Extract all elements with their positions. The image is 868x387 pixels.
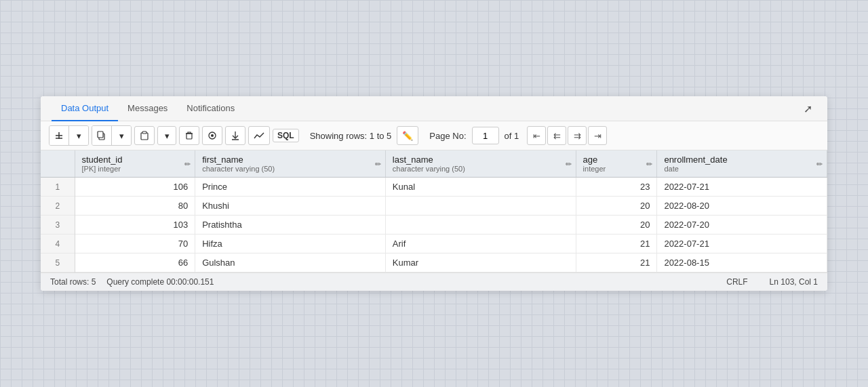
row-num-cell: 2	[41, 197, 75, 216]
sql-button[interactable]: SQL	[273, 129, 299, 142]
page-no-input[interactable]	[472, 127, 499, 144]
table-row: 5 66 Gulshan Kumar 21 2022-08-15	[41, 253, 827, 272]
status-bar: Total rows: 5 Query complete 00:00:00.15…	[41, 272, 827, 291]
download-icon	[231, 131, 240, 140]
row-num-cell: 4	[41, 235, 75, 253]
query-complete-text: Query complete 00:00:00.151	[106, 277, 214, 287]
tab-bar: Data Output Messages Notifications ➚	[41, 96, 827, 121]
main-panel: Data Output Messages Notifications ➚ ▾	[41, 96, 827, 291]
edit-enrollment-date-icon[interactable]: ✏	[816, 159, 823, 168]
refresh-button[interactable]	[202, 126, 222, 145]
prev-page-button[interactable]: ⇇	[547, 126, 566, 145]
edit-last-name-icon[interactable]: ✏	[566, 159, 572, 168]
delete-button[interactable]	[179, 126, 199, 145]
enrollment-date-cell[interactable]: 2022-08-15	[657, 253, 827, 272]
enrollment-date-cell[interactable]: 2022-07-21	[657, 235, 827, 253]
add-btn-group: ▾	[49, 125, 89, 146]
first-name-cell[interactable]: Hifza	[195, 235, 386, 253]
student-id-cell[interactable]: 80	[75, 197, 195, 216]
svg-rect-6	[142, 131, 146, 134]
copy-btn-group: ▾	[92, 125, 132, 146]
copy-dropdown-button[interactable]: ▾	[112, 126, 131, 145]
row-num-cell: 5	[41, 253, 75, 272]
edit-age-icon[interactable]: ✏	[646, 159, 652, 168]
col-header-first-name: first_name character varying (50) ✏	[195, 150, 386, 178]
paste-button[interactable]	[134, 126, 155, 145]
showing-rows-text: Showing rows: 1 to 5	[310, 131, 392, 141]
download-button[interactable]	[225, 126, 245, 145]
age-cell[interactable]: 23	[576, 178, 657, 197]
col-header-age: age integer ✏	[576, 150, 657, 178]
first-name-cell[interactable]: Gulshan	[195, 253, 386, 272]
col-header-enrollment-date: enrollment_date date ✏	[657, 150, 827, 178]
tab-notifications[interactable]: Notifications	[177, 96, 244, 121]
row-num-cell: 1	[41, 178, 75, 197]
paste-dropdown-button[interactable]: ▾	[157, 126, 176, 145]
last-name-cell[interactable]: Kumar	[385, 253, 576, 272]
age-cell[interactable]: 20	[576, 216, 657, 235]
expand-icon[interactable]: ➚	[800, 98, 816, 119]
next-page-button[interactable]: ⇉	[568, 126, 587, 145]
age-cell[interactable]: 20	[576, 197, 657, 216]
svg-point-9	[211, 134, 214, 137]
data-table: student_id [PK] integer ✏ first_name cha…	[41, 150, 827, 272]
student-id-cell[interactable]: 103	[75, 216, 195, 235]
last-page-button[interactable]: ⇥	[588, 126, 607, 145]
svg-rect-7	[186, 134, 192, 139]
table-row: 3 103 Pratishtha 20 2022-07-20	[41, 216, 827, 235]
copy-icon	[97, 131, 106, 140]
student-id-cell[interactable]: 70	[75, 235, 195, 253]
first-page-button[interactable]: ⇤	[527, 126, 546, 145]
svg-rect-4	[98, 131, 103, 138]
first-name-cell[interactable]: Prince	[195, 178, 386, 197]
col-header-student-id: student_id [PK] integer ✏	[75, 150, 195, 178]
last-name-cell[interactable]	[385, 216, 576, 235]
refresh-icon	[208, 131, 217, 140]
chart-icon	[254, 131, 264, 140]
enrollment-date-cell[interactable]: 2022-07-21	[657, 178, 827, 197]
table-row: 4 70 Hifza Arif 21 2022-07-21	[41, 235, 827, 253]
student-id-cell[interactable]: 106	[75, 178, 195, 197]
row-num-cell: 3	[41, 216, 75, 235]
first-name-cell[interactable]: Pratishtha	[195, 216, 386, 235]
enrollment-date-cell[interactable]: 2022-08-20	[657, 197, 827, 216]
paste-icon	[140, 131, 149, 140]
row-num-header	[41, 150, 75, 178]
add-row-button[interactable]	[50, 126, 69, 145]
add-icon	[54, 131, 64, 140]
copy-button[interactable]	[92, 126, 112, 145]
table-row: 2 80 Khushi 20 2022-08-20	[41, 197, 827, 216]
last-name-cell[interactable]: Kunal	[385, 178, 576, 197]
edit-first-name-icon[interactable]: ✏	[375, 159, 381, 168]
tab-data-output[interactable]: Data Output	[52, 96, 118, 121]
cursor-position-text: Ln 103, Col 1	[770, 277, 818, 287]
student-id-cell[interactable]: 66	[75, 253, 195, 272]
table-row: 1 106 Prince Kunal 23 2022-07-21	[41, 178, 827, 197]
edit-rows-button[interactable]: ✏️	[397, 126, 418, 145]
chart-button[interactable]	[248, 126, 270, 145]
data-table-wrapper: student_id [PK] integer ✏ first_name cha…	[41, 150, 827, 272]
line-ending-indicator: CRLF	[726, 277, 747, 287]
last-name-cell[interactable]: Arif	[385, 235, 576, 253]
age-cell[interactable]: 21	[576, 253, 657, 272]
tab-messages[interactable]: Messages	[118, 96, 177, 121]
total-rows-text: Total rows: 5	[50, 277, 96, 287]
first-name-cell[interactable]: Khushi	[195, 197, 386, 216]
age-cell[interactable]: 21	[576, 235, 657, 253]
enrollment-date-cell[interactable]: 2022-07-20	[657, 216, 827, 235]
col-header-last-name: last_name character varying (50) ✏	[385, 150, 576, 178]
edit-student-id-icon[interactable]: ✏	[184, 159, 191, 168]
page-no-label: Page No:	[429, 131, 466, 141]
delete-icon	[184, 131, 194, 140]
add-dropdown-button[interactable]: ▾	[69, 126, 88, 145]
toolbar: ▾ ▾ ▾	[41, 121, 827, 150]
of-label: of 1	[505, 131, 519, 141]
last-name-cell[interactable]	[385, 197, 576, 216]
pagination-nav: ⇤ ⇇ ⇉ ⇥	[527, 126, 607, 145]
